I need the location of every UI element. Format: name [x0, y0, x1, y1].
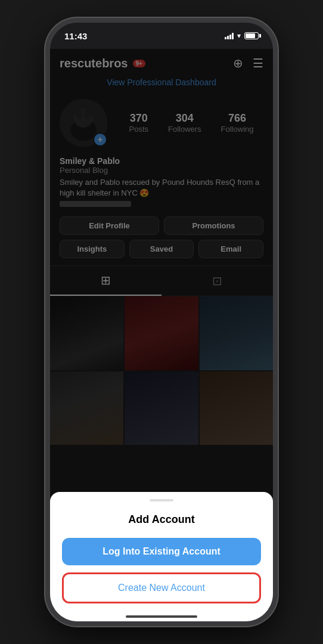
- create-new-account-button[interactable]: Create New Account: [62, 572, 261, 603]
- signal-icon: [225, 33, 234, 39]
- status-time: 11:43: [64, 31, 87, 41]
- wifi-icon: ▾: [237, 32, 241, 40]
- sheet-handle: [150, 499, 173, 501]
- battery-icon: [244, 32, 259, 39]
- status-icons: ▾: [225, 32, 259, 40]
- log-in-existing-button[interactable]: Log Into Existing Account: [62, 538, 261, 565]
- bottom-sheet: Add Account Log Into Existing Account Cr…: [50, 492, 273, 621]
- notch: [117, 23, 206, 41]
- phone-frame: 11:43 ▾ rescutebros 9+: [45, 18, 278, 626]
- home-indicator: [126, 615, 197, 618]
- screen: rescutebros 9+ ⊕ ☰ View Professional Das…: [50, 49, 273, 621]
- sheet-title: Add Account: [62, 513, 261, 526]
